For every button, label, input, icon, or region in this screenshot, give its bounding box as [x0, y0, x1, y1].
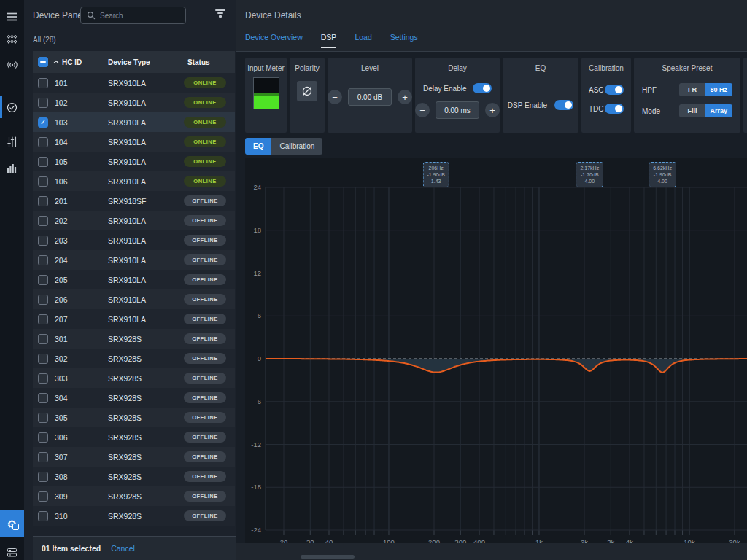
row-checkbox[interactable] — [38, 98, 48, 108]
svg-text:2k: 2k — [581, 538, 588, 543]
table-row[interactable]: 306SRX928SOFFLINE — [33, 427, 235, 447]
asc-toggle[interactable] — [605, 85, 624, 95]
row-checkbox[interactable] — [38, 236, 48, 246]
table-row[interactable]: 102SRX910LAONLINE — [33, 93, 235, 112]
row-checkbox[interactable] — [38, 176, 48, 187]
level-increment-button[interactable]: + — [398, 90, 412, 104]
row-checkbox[interactable]: ✓ — [38, 117, 48, 128]
row-checkbox[interactable] — [38, 491, 48, 502]
eq-band-label[interactable]: 206Hz-1.90dB1.43 — [422, 162, 449, 187]
speaker-preset-rows: HPFFR80 HzModeFillArray — [634, 83, 740, 117]
select-all-checkbox[interactable] — [38, 57, 48, 67]
table-row[interactable]: 104SRX910LAONLINE — [33, 132, 235, 152]
row-checkbox[interactable] — [38, 432, 48, 443]
row-hc-id: 207 — [53, 315, 108, 324]
row-checkbox[interactable] — [38, 334, 48, 344]
tab-load[interactable]: Load — [355, 33, 371, 42]
svg-text:300: 300 — [454, 538, 466, 543]
table-row[interactable]: 207SRX910LAOFFLINE — [33, 309, 235, 329]
row-hc-id: 308 — [53, 472, 108, 481]
search-input[interactable] — [100, 12, 179, 20]
table-row[interactable]: 106SRX910LAONLINE — [33, 171, 235, 191]
eq-bars-icon[interactable] — [0, 158, 24, 177]
table-row[interactable]: 308SRX928SOFFLINE — [33, 467, 235, 486]
table-row[interactable]: 304SRX928SOFFLINE — [33, 388, 235, 408]
tab-device-overview[interactable]: Device Overview — [245, 33, 303, 42]
check-circle-icon[interactable] — [0, 98, 24, 117]
cancel-selection-link[interactable]: Cancel — [111, 544, 135, 553]
column-device-type[interactable]: Device Type — [108, 58, 175, 66]
status-badge: OFFLINE — [184, 333, 226, 344]
table-row[interactable]: 301SRX928SOFFLINE — [33, 329, 235, 349]
table-row[interactable]: 302SRX928SOFFLINE — [33, 349, 235, 368]
broadcast-icon[interactable] — [0, 55, 24, 74]
device-config-icon: ⚙ — [7, 518, 17, 529]
mode-option-array[interactable]: Array — [705, 104, 732, 117]
row-checkbox[interactable] — [38, 255, 48, 265]
eq-band-label[interactable]: 6.62kHz-1.90dB4.00 — [649, 162, 676, 187]
view-tab-eq[interactable]: EQ — [245, 138, 271, 155]
eq-band-label[interactable]: 2.17kHz-1.70dB4.00 — [576, 162, 603, 187]
row-checkbox[interactable] — [38, 393, 48, 403]
row-checkbox[interactable] — [38, 413, 48, 423]
row-checkbox[interactable] — [38, 452, 48, 462]
table-row[interactable]: 206SRX910LAOFFLINE — [33, 289, 235, 309]
hpf-option-fr[interactable]: FR — [679, 83, 705, 96]
level-decrement-button[interactable]: − — [328, 90, 342, 104]
table-row[interactable]: 310SRX928SOFFLINE — [33, 506, 235, 526]
sort-asc-icon[interactable] — [53, 60, 59, 64]
tdc-toggle[interactable] — [605, 104, 624, 114]
level-value[interactable]: 0.00 dB — [348, 88, 392, 106]
dsp-enable-toggle[interactable] — [554, 100, 573, 110]
row-checkbox[interactable] — [38, 354, 48, 364]
device-config-button[interactable]: ⚙ — [0, 510, 24, 537]
row-checkbox[interactable] — [38, 295, 48, 305]
horizontal-scrollbar[interactable] — [301, 555, 355, 559]
view-tab-calibration[interactable]: Calibration — [271, 138, 322, 155]
row-checkbox[interactable] — [38, 275, 48, 285]
mode-option-fill[interactable]: Fill — [679, 104, 705, 117]
column-hc-id[interactable]: HC ID — [62, 58, 82, 66]
table-row[interactable]: 203SRX910LAOFFLINE — [33, 230, 235, 250]
delay-decrement-button[interactable]: − — [415, 103, 430, 117]
filter-icon[interactable] — [214, 9, 226, 21]
row-checkbox[interactable] — [38, 137, 48, 147]
eq-chart[interactable]: 2030401002003004001k2k3k4k10k20k24181260… — [245, 158, 747, 543]
table-row[interactable]: 204SRX910LAOFFLINE — [33, 250, 235, 270]
row-checkbox[interactable] — [38, 196, 48, 206]
row-device-type: SRX910LA — [108, 158, 175, 166]
delay-value[interactable]: 0.00 ms — [436, 101, 479, 119]
menu-icon[interactable] — [0, 7, 24, 26]
table-row[interactable]: 105SRX910LAONLINE — [33, 152, 235, 171]
row-checkbox[interactable] — [38, 157, 48, 167]
table-row[interactable]: 309SRX928SOFFLINE — [33, 486, 235, 506]
tab-dsp[interactable]: DSP — [321, 33, 337, 42]
table-row[interactable]: 303SRX928SOFFLINE — [33, 368, 235, 388]
mixer-icon[interactable] — [0, 30, 24, 49]
tab-settings[interactable]: Settings — [390, 33, 418, 42]
delay-enable-toggle[interactable] — [473, 83, 492, 93]
status-badge: ONLINE — [184, 136, 226, 147]
row-checkbox[interactable] — [38, 472, 48, 482]
table-row[interactable]: 202SRX910LAOFFLINE — [33, 211, 235, 230]
row-checkbox[interactable] — [38, 216, 48, 226]
speaker-preset-panel: Speaker Preset HPFFR80 HzModeFillArray — [634, 58, 740, 133]
rack-icon[interactable] — [0, 543, 24, 560]
hpf-option-80-hz[interactable]: 80 Hz — [705, 83, 732, 96]
row-checkbox[interactable] — [38, 511, 48, 521]
sliders-icon[interactable] — [0, 132, 24, 151]
column-status[interactable]: Status — [175, 58, 235, 66]
polarity-button[interactable] — [297, 81, 317, 101]
search-box[interactable] — [80, 7, 186, 24]
row-checkbox[interactable] — [38, 314, 48, 324]
table-row[interactable]: 201SRX918SFOFFLINE — [33, 191, 235, 211]
table-row[interactable]: 205SRX910LAOFFLINE — [33, 270, 235, 289]
table-row[interactable]: 305SRX928SOFFLINE — [33, 408, 235, 427]
table-row[interactable]: 307SRX928SOFFLINE — [33, 447, 235, 467]
row-checkbox[interactable] — [38, 78, 48, 88]
table-row[interactable]: ✓103SRX910LAONLINE — [33, 112, 235, 132]
table-row[interactable]: 101SRX910LAONLINE — [33, 73, 235, 93]
delay-increment-button[interactable]: + — [485, 103, 500, 117]
input-meter-fill — [254, 93, 279, 109]
row-checkbox[interactable] — [38, 373, 48, 384]
